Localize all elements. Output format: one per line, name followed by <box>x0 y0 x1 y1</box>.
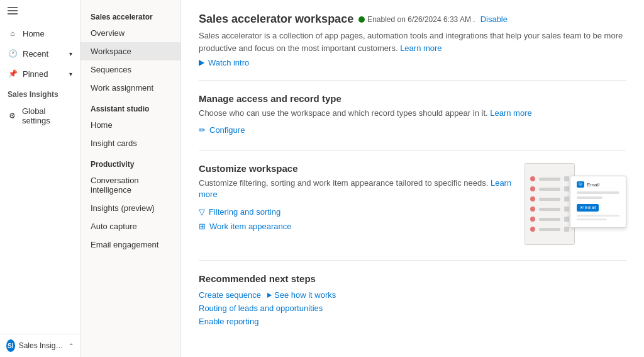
email-line-1 <box>577 191 619 194</box>
nav-home[interactable]: ⌂ Home <box>0 23 80 43</box>
bottom-bar-label: Sales Insights sett... <box>19 341 65 350</box>
pinned-chevron-icon: ▾ <box>69 71 72 77</box>
create-sequence-row: Create sequence See how it works <box>199 290 626 300</box>
mid-nav-conversation-intelligence[interactable]: Conversation intelligence <box>80 171 180 199</box>
watch-intro-button[interactable]: Watch intro <box>199 58 626 67</box>
bottom-bar[interactable]: SI Sales Insights sett... ⌃ <box>0 334 80 357</box>
recent-chevron-icon: ▾ <box>69 50 72 57</box>
manage-access-description: Choose who can use the workspace and whi… <box>199 108 626 119</box>
mid-nav-insight-cards[interactable]: Insight cards <box>80 134 180 152</box>
settings-icon: ⚙ <box>8 111 17 121</box>
mid-nav-work-assignment[interactable]: Work assignment <box>80 79 180 97</box>
customize-workspace-section: Customize workspace Customize filtering,… <box>199 163 626 245</box>
watch-intro-label: Watch intro <box>208 58 249 67</box>
main-content: Sales accelerator workspace Enabled on 6… <box>181 0 644 357</box>
page-description: Sales accelerator is a collection of app… <box>199 30 626 54</box>
work-item-appearance-link[interactable]: ⊞ Work item appearance <box>199 222 514 231</box>
left-navigation: ⌂ Home 🕐 Recent ▾ 📌 Pinned ▾ Sales Insig… <box>0 0 80 357</box>
bottom-bar-chevron-icon: ⌃ <box>69 343 74 349</box>
assistant-studio-section: Assistant studio <box>80 97 180 116</box>
manage-access-title: Manage access and record type <box>199 93 626 104</box>
configure-button[interactable]: ✏ Configure <box>199 125 626 135</box>
page-title: Sales accelerator workspace <box>199 13 353 26</box>
next-steps-title: Recommended next steps <box>199 273 626 284</box>
manage-access-learn-more-link[interactable]: Learn more <box>490 108 531 118</box>
sales-accelerator-section: Sales accelerator <box>80 5 180 24</box>
filter-icon: ▽ <box>199 207 205 217</box>
grid-icon: ⊞ <box>199 222 206 231</box>
status-text: Enabled on 6/26/2024 6:33 AM . <box>367 15 475 24</box>
next-steps-section: Recommended next steps Create sequence S… <box>199 273 626 326</box>
hamburger-menu[interactable] <box>0 0 80 23</box>
enable-reporting-link[interactable]: Enable reporting <box>199 317 626 326</box>
email-action-btn: ✉ Email <box>577 204 599 212</box>
mid-nav-assistant-home[interactable]: Home <box>80 116 180 134</box>
nav-global-settings[interactable]: ⚙ Global settings <box>0 101 80 130</box>
mid-nav-auto-capture[interactable]: Auto capture <box>80 217 180 235</box>
divider-1 <box>199 80 626 81</box>
productivity-section: Productivity <box>80 152 180 171</box>
disable-link[interactable]: Disable <box>480 14 508 24</box>
mid-nav-sequences[interactable]: Sequences <box>80 60 180 79</box>
email-line-2 <box>577 196 602 199</box>
customize-workspace-title: Customize workspace <box>199 163 514 174</box>
description-learn-more-link[interactable]: Learn more <box>400 43 441 53</box>
small-play-icon <box>267 293 272 298</box>
status-dot-icon <box>358 16 365 23</box>
recent-icon: 🕐 <box>8 48 18 59</box>
nav-recent[interactable]: 🕐 Recent ▾ <box>0 43 80 64</box>
divider-2 <box>199 150 626 150</box>
mid-nav-insights-preview[interactable]: Insights (preview) <box>80 199 180 217</box>
avatar: SI <box>6 339 15 352</box>
mid-nav-overview[interactable]: Overview <box>80 24 180 42</box>
home-icon: ⌂ <box>8 28 18 38</box>
filtering-sorting-link[interactable]: ▽ Filtering and sorting <box>199 207 514 217</box>
routing-link[interactable]: Routing of leads and opportunities <box>199 303 626 313</box>
email-preview-label: Email <box>587 182 599 188</box>
preview-email-card: ✉ Email ✉ Email <box>570 176 626 228</box>
mid-nav-workspace[interactable]: Workspace <box>80 42 180 60</box>
divider-3 <box>199 260 626 261</box>
manage-access-section: Manage access and record type Choose who… <box>199 93 626 135</box>
nav-pinned[interactable]: 📌 Pinned ▾ <box>0 64 80 84</box>
play-icon <box>199 60 204 66</box>
status-badge: Enabled on 6/26/2024 6:33 AM . <box>358 15 475 24</box>
customize-workspace-description: Customize filtering, sorting and work it… <box>199 178 514 200</box>
email-line-4 <box>577 218 607 220</box>
preview-list-box <box>525 163 575 245</box>
pencil-icon: ✏ <box>199 125 206 135</box>
pinned-icon: 📌 <box>8 69 18 79</box>
email-icon: ✉ <box>577 181 584 188</box>
mid-nav-email-engagement[interactable]: Email engagement <box>80 235 180 254</box>
create-sequence-link[interactable]: Create sequence <box>199 290 261 300</box>
email-line-3 <box>577 215 619 217</box>
page-header: Sales accelerator workspace Enabled on 6… <box>199 13 626 26</box>
mid-navigation: Sales accelerator Overview Workspace Seq… <box>80 0 181 357</box>
workspace-preview: ✉ Email ✉ Email <box>525 163 626 245</box>
sales-insights-section-label: Sales Insights <box>0 84 80 101</box>
customize-left: Customize workspace Customize filtering,… <box>199 163 514 245</box>
see-how-it-works-button[interactable]: See how it works <box>267 290 336 300</box>
